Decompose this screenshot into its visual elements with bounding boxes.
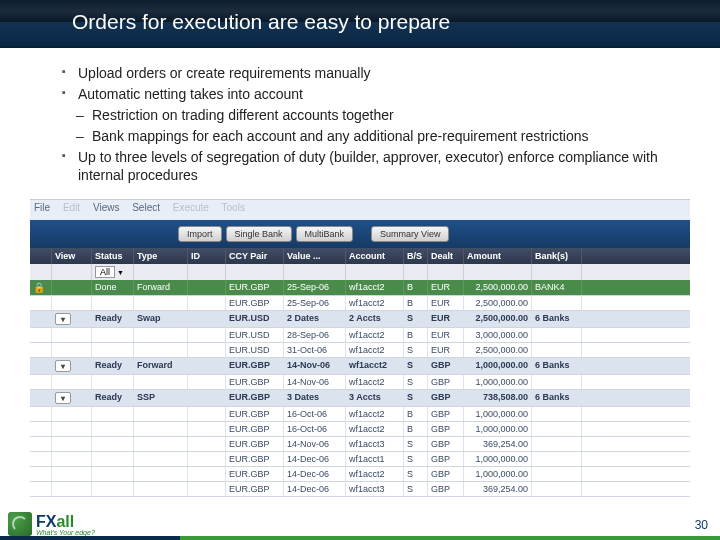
cell: Ready — [92, 311, 134, 327]
col-view[interactable]: View — [52, 248, 92, 264]
table-body: 🔒DoneForwardEUR.GBP25-Sep-06wf1acct2BEUR… — [30, 280, 690, 497]
menubar: File Edit Views Select Execute Tools — [30, 200, 690, 220]
cell — [188, 390, 226, 406]
table-row[interactable]: EUR.GBP25-Sep-06wf1acct2BEUR2,500,000.00 — [30, 296, 690, 311]
col-status[interactable]: Status — [92, 248, 134, 264]
toolbar: Import Single Bank MultiBank Summary Vie… — [30, 220, 690, 248]
cell: Ready — [92, 390, 134, 406]
table-row[interactable]: ▾ReadySSPEUR.GBP3 Dates3 AcctsSGBP738,50… — [30, 390, 690, 407]
cell — [134, 437, 188, 451]
cell: 25-Sep-06 — [284, 296, 346, 310]
menu-file[interactable]: File — [34, 202, 50, 213]
cell: GBP — [428, 452, 464, 466]
multi-bank-button[interactable]: MultiBank — [296, 226, 354, 242]
table-row[interactable]: EUR.USD28-Sep-06wf1acct2BEUR3,000,000.00 — [30, 328, 690, 343]
cell — [30, 311, 52, 327]
cell — [30, 296, 52, 310]
cell: EUR.USD — [226, 311, 284, 327]
cell: B — [404, 407, 428, 421]
app-screenshot: File Edit Views Select Execute Tools Imp… — [30, 199, 690, 497]
single-bank-button[interactable]: Single Bank — [226, 226, 292, 242]
status-filter[interactable]: All — [95, 266, 115, 278]
cell: Forward — [134, 358, 188, 374]
expand-icon[interactable]: ▾ — [55, 313, 71, 325]
cell — [134, 296, 188, 310]
cell: 14-Dec-06 — [284, 452, 346, 466]
menu-views[interactable]: Views — [93, 202, 120, 213]
cell — [188, 343, 226, 357]
cell: 2,500,000.00 — [464, 280, 532, 295]
col-bs[interactable]: B/S — [404, 248, 428, 264]
import-button[interactable]: Import — [178, 226, 222, 242]
table-row[interactable]: EUR.GBP14-Nov-06wf1acct2SGBP1,000,000.00 — [30, 375, 690, 390]
slide-title: Orders for execution are easy to prepare — [72, 10, 450, 34]
cell: 2,500,000.00 — [464, 343, 532, 357]
cell — [92, 452, 134, 466]
cell — [92, 328, 134, 342]
cell — [188, 311, 226, 327]
col-ccy[interactable]: CCY Pair — [226, 248, 284, 264]
table-row[interactable]: EUR.GBP14-Dec-06wf1acct2SGBP1,000,000.00 — [30, 467, 690, 482]
cell — [30, 328, 52, 342]
table-row[interactable]: EUR.GBP16-Oct-06wf1acct2BGBP1,000,000.00 — [30, 422, 690, 437]
cell — [92, 437, 134, 451]
filter-row: All▼ — [30, 264, 690, 280]
cell — [188, 422, 226, 436]
cell — [188, 328, 226, 342]
table-row[interactable]: EUR.USD31-Oct-06wf1acct2SEUR2,500,000.00 — [30, 343, 690, 358]
cell — [52, 280, 92, 295]
cell: EUR.USD — [226, 328, 284, 342]
table-row[interactable]: EUR.GBP14-Nov-06wf1acct3SGBP369,254.00 — [30, 437, 690, 452]
cell: 369,254.00 — [464, 482, 532, 496]
col-type[interactable]: Type — [134, 248, 188, 264]
cell — [30, 358, 52, 374]
expand-icon[interactable]: ▾ — [55, 392, 71, 404]
col-banks[interactable]: Bank(s) — [532, 248, 582, 264]
col-id[interactable]: ID — [188, 248, 226, 264]
col-value[interactable]: Value ... — [284, 248, 346, 264]
col-account[interactable]: Account — [346, 248, 404, 264]
table-row[interactable]: 🔒DoneForwardEUR.GBP25-Sep-06wf1acct2BEUR… — [30, 280, 690, 296]
cell — [30, 375, 52, 389]
menu-tools: Tools — [222, 202, 245, 213]
col-amount[interactable]: Amount — [464, 248, 532, 264]
cell — [30, 452, 52, 466]
cell: S — [404, 375, 428, 389]
cell: 25-Sep-06 — [284, 280, 346, 295]
tagline: What's Your edge? — [36, 529, 95, 536]
summary-view-button[interactable]: Summary View — [371, 226, 449, 242]
col-dealt[interactable]: Dealt — [428, 248, 464, 264]
logo: FXall What's Your edge? — [8, 512, 95, 536]
sub-bullet: Restriction on trading different account… — [62, 106, 680, 125]
table-row[interactable]: EUR.GBP14-Dec-06wf1acct3SGBP369,254.00 — [30, 482, 690, 497]
cell: 🔒 — [30, 280, 52, 295]
cell: EUR.GBP — [226, 358, 284, 374]
cell: 1,000,000.00 — [464, 407, 532, 421]
cell — [52, 296, 92, 310]
menu-select[interactable]: Select — [132, 202, 160, 213]
cell: wf1acct2 — [346, 296, 404, 310]
cell: Swap — [134, 311, 188, 327]
lock-icon: 🔒 — [33, 282, 45, 293]
cell — [532, 343, 582, 357]
cell: 1,000,000.00 — [464, 452, 532, 466]
cell: wf1acct2 — [346, 407, 404, 421]
cell — [188, 358, 226, 374]
cell — [134, 343, 188, 357]
table-row[interactable]: ▾ReadySwapEUR.USD2 Dates2 AcctsSEUR2,500… — [30, 311, 690, 328]
table-row[interactable]: EUR.GBP14-Dec-06wf1acct1SGBP1,000,000.00 — [30, 452, 690, 467]
cell: 14-Nov-06 — [284, 358, 346, 374]
cell: wf1acct3 — [346, 482, 404, 496]
bullet-item: Up to three levels of segregation of dut… — [62, 148, 680, 186]
cell: S — [404, 452, 428, 466]
table-row[interactable]: EUR.GBP16-Oct-06wf1acct2BGBP1,000,000.00 — [30, 407, 690, 422]
cell: S — [404, 467, 428, 481]
cell: wf1acct2 — [346, 358, 404, 374]
table-row[interactable]: ▾ReadyForwardEUR.GBP14-Nov-06wf1acct2SGB… — [30, 358, 690, 375]
cell — [92, 407, 134, 421]
cell: GBP — [428, 422, 464, 436]
cell: EUR — [428, 343, 464, 357]
expand-icon[interactable]: ▾ — [55, 360, 71, 372]
cell: GBP — [428, 407, 464, 421]
cell — [52, 452, 92, 466]
